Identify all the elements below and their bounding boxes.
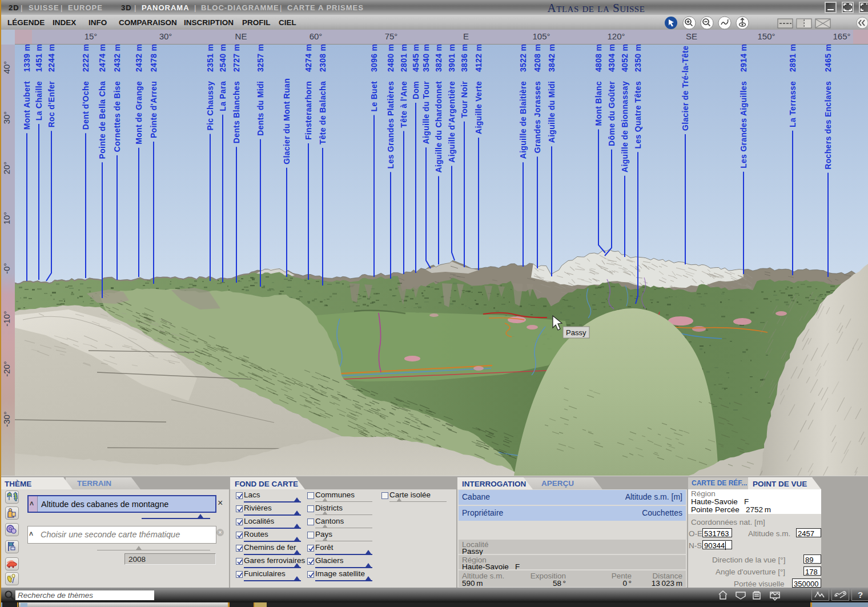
svg-text:4274 m: 4274 m xyxy=(304,45,313,72)
svg-text:4808 m: 4808 m xyxy=(594,45,603,72)
svg-text:Aiguille d'Argentière: Aiguille d'Argentière xyxy=(447,81,456,163)
svg-text:2222 m: 2222 m xyxy=(81,45,90,72)
svg-text:Glacier de Tré-la-Tête: Glacier de Tré-la-Tête xyxy=(681,46,690,131)
svg-text:2914 m: 2914 m xyxy=(739,45,748,72)
svg-text:Les Grandes Aiguilles: Les Grandes Aiguilles xyxy=(739,81,748,168)
svg-text:2801 m: 2801 m xyxy=(399,45,408,72)
svg-text:3257 m: 3257 m xyxy=(256,45,265,72)
svg-text:4545 m: 4545 m xyxy=(411,45,420,72)
svg-text:Tête à l'Ane: Tête à l'Ane xyxy=(399,81,408,128)
svg-text:2308 m: 2308 m xyxy=(318,45,327,72)
svg-text:3522 m: 3522 m xyxy=(519,45,528,72)
svg-text:Finsteraarhorn: Finsteraarhorn xyxy=(304,81,313,140)
svg-text:Tour Noir: Tour Noir xyxy=(460,81,469,118)
svg-text:2474 m: 2474 m xyxy=(98,45,107,72)
svg-text:2480 m: 2480 m xyxy=(386,45,395,72)
svg-text:Dent d'Oche: Dent d'Oche xyxy=(81,81,90,130)
svg-text:La Para: La Para xyxy=(218,81,227,111)
svg-text:Roc d'Enfer: Roc d'Enfer xyxy=(47,81,56,128)
svg-text:2244 m: 2244 m xyxy=(47,45,56,72)
svg-text:3824 m: 3824 m xyxy=(434,45,443,72)
svg-text:Rochers des Enclaves: Rochers des Enclaves xyxy=(823,81,833,170)
svg-text:La Terrasse: La Terrasse xyxy=(788,81,797,127)
svg-text:2727 m: 2727 m xyxy=(232,45,241,72)
svg-text:2350 m: 2350 m xyxy=(633,45,642,72)
svg-text:Cornettes de Bise: Cornettes de Bise xyxy=(112,81,122,152)
svg-text:Dents du Midi: Dents du Midi xyxy=(256,81,265,136)
svg-text:Grandes Jorasses: Grandes Jorasses xyxy=(533,81,542,153)
svg-text:2465 m: 2465 m xyxy=(823,45,833,72)
svg-text:2351 m: 2351 m xyxy=(206,45,215,72)
svg-text:3901 m: 3901 m xyxy=(447,45,456,72)
svg-text:4052 m: 4052 m xyxy=(620,45,629,72)
svg-text:Dôme du Goûter: Dôme du Goûter xyxy=(607,81,616,146)
svg-text:3540 m: 3540 m xyxy=(421,45,431,72)
svg-text:2478 m: 2478 m xyxy=(149,45,158,72)
svg-text:2432 m: 2432 m xyxy=(112,45,122,72)
svg-text:Le Buet: Le Buet xyxy=(369,81,379,111)
svg-text:4304 m: 4304 m xyxy=(607,45,616,72)
svg-text:3842 m: 3842 m xyxy=(547,45,556,72)
svg-text:2891 m: 2891 m xyxy=(788,45,797,72)
svg-text:Aiguille de Blaitière: Aiguille de Blaitière xyxy=(519,81,528,159)
svg-text:Les Grandes Platières: Les Grandes Platières xyxy=(386,81,395,168)
svg-text:3096 m: 3096 m xyxy=(369,45,379,72)
svg-text:2432 m: 2432 m xyxy=(134,45,143,72)
svg-text:Pointe de Bella Cha: Pointe de Bella Cha xyxy=(98,81,107,159)
svg-text:Les Quatre Têtes: Les Quatre Têtes xyxy=(633,81,642,148)
svg-text:Pointe d'Arreu: Pointe d'Arreu xyxy=(149,81,158,138)
svg-text:Aiguille de Bionnassay: Aiguille de Bionnassay xyxy=(620,81,629,172)
svg-text:Mont Aubert: Mont Aubert xyxy=(22,81,31,130)
svg-text:Aiguille du Midi: Aiguille du Midi xyxy=(547,81,556,143)
svg-text:1451 m: 1451 m xyxy=(34,45,43,72)
svg-text:1339 m: 1339 m xyxy=(22,45,31,72)
svg-text:3836 m: 3836 m xyxy=(460,45,469,72)
svg-text:Pic Chaussy: Pic Chaussy xyxy=(206,81,215,131)
svg-text:Glacier du Mont Ruan: Glacier du Mont Ruan xyxy=(282,78,291,164)
svg-text:Dents Blanches: Dents Blanches xyxy=(232,81,241,143)
svg-text:Passy: Passy xyxy=(566,328,586,337)
svg-text:La Chaille: La Chaille xyxy=(34,81,43,120)
svg-text:Aiguille Verte: Aiguille Verte xyxy=(474,81,483,134)
svg-text:2540 m: 2540 m xyxy=(218,45,227,72)
svg-text:Dom: Dom xyxy=(411,81,420,99)
svg-text:4208 m: 4208 m xyxy=(533,45,542,72)
svg-text:Aiguille du Tour: Aiguille du Tour xyxy=(421,81,431,144)
svg-text:Tête de Balacha: Tête de Balacha xyxy=(318,81,327,144)
svg-text:Mont Blanc: Mont Blanc xyxy=(594,81,603,126)
svg-text:4122 m: 4122 m xyxy=(474,45,483,72)
svg-text:Aiguille du Chardonnet: Aiguille du Chardonnet xyxy=(434,81,443,173)
svg-text:Mont de Grange: Mont de Grange xyxy=(134,81,143,144)
